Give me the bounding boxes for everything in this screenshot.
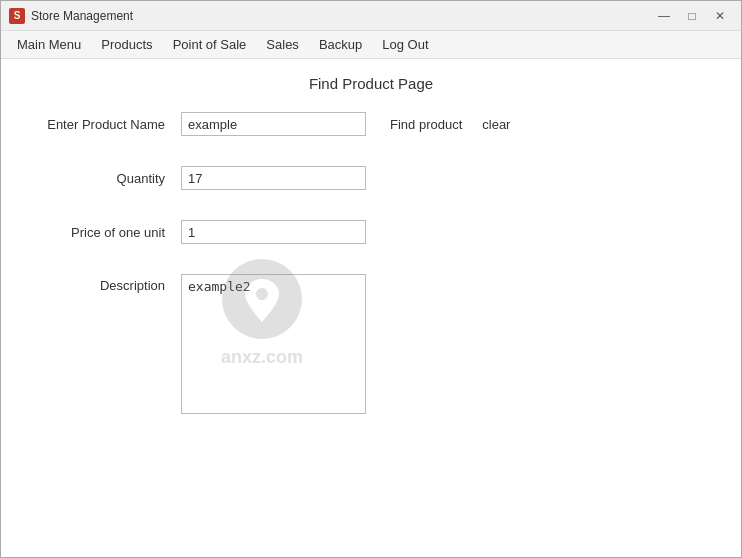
- app-icon: S: [9, 8, 25, 24]
- menu-main[interactable]: Main Menu: [9, 34, 89, 55]
- menu-bar: Main Menu Products Point of Sale Sales B…: [1, 31, 741, 59]
- title-bar: S Store Management — □ ✕: [1, 1, 741, 31]
- main-window: S Store Management — □ ✕ Main Menu Produ…: [0, 0, 742, 558]
- price-label: Price of one unit: [41, 225, 181, 240]
- menu-backup[interactable]: Backup: [311, 34, 370, 55]
- minimize-button[interactable]: —: [651, 6, 677, 26]
- menu-sales[interactable]: Sales: [258, 34, 307, 55]
- price-row: Price of one unit: [41, 220, 701, 244]
- description-label: Description: [41, 274, 181, 293]
- product-name-label: Enter Product Name: [41, 117, 181, 132]
- description-input[interactable]: example2: [181, 274, 366, 414]
- product-name-input[interactable]: [181, 112, 366, 136]
- window-title: Store Management: [31, 9, 651, 23]
- price-input[interactable]: [181, 220, 366, 244]
- menu-point-of-sale[interactable]: Point of Sale: [165, 34, 255, 55]
- clear-button[interactable]: clear: [478, 115, 514, 134]
- form-section: Enter Product Name Find product clear Qu…: [1, 112, 741, 414]
- close-button[interactable]: ✕: [707, 6, 733, 26]
- menu-logout[interactable]: Log Out: [374, 34, 436, 55]
- find-product-button[interactable]: Find product: [386, 115, 466, 134]
- page-title: Find Product Page: [1, 59, 741, 112]
- maximize-button[interactable]: □: [679, 6, 705, 26]
- description-row: Description example2: [41, 274, 701, 414]
- quantity-label: Quantity: [41, 171, 181, 186]
- product-name-row: Enter Product Name Find product clear: [41, 112, 701, 136]
- menu-products[interactable]: Products: [93, 34, 160, 55]
- quantity-input[interactable]: [181, 166, 366, 190]
- quantity-row: Quantity: [41, 166, 701, 190]
- window-controls: — □ ✕: [651, 6, 733, 26]
- content-area: Find Product Page Enter Product Name Fin…: [1, 59, 741, 557]
- action-buttons: Find product clear: [386, 115, 514, 134]
